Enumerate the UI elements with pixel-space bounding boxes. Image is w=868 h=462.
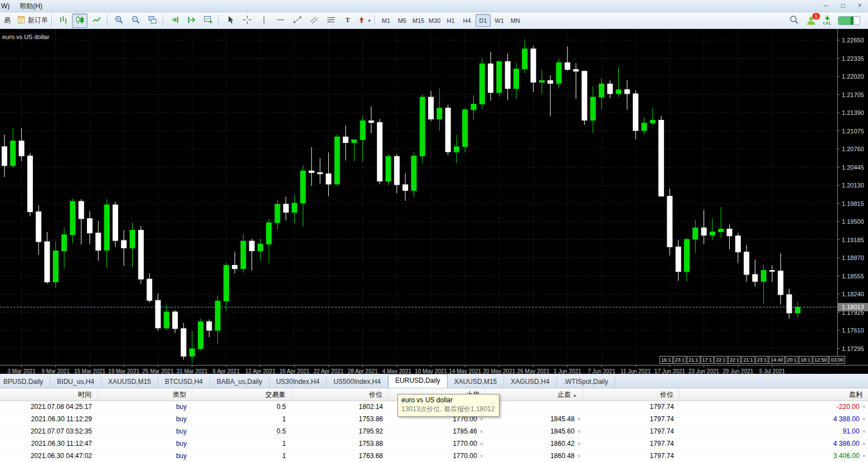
time-marker-box: 20:1 <box>785 356 799 364</box>
table-row[interactable]: 2021.06.30 11:12:47buy11753.881770.00×18… <box>0 438 868 450</box>
timeframe-button-m5[interactable]: M5 <box>395 14 410 27</box>
timeframe-button-m1[interactable]: M1 <box>379 14 394 27</box>
timeframe-button-mn[interactable]: MN <box>508 14 523 27</box>
notification-badge: 1 <box>812 13 820 20</box>
chart-tab-bpusd-daily[interactable]: BPUSD,Daily <box>0 376 50 388</box>
text-label-button[interactable]: T <box>340 13 355 28</box>
minimize-button[interactable]: ─ <box>818 0 835 12</box>
auto-scroll-button[interactable] <box>167 13 182 28</box>
cell-tp: 1845.48× <box>486 413 583 425</box>
cell-volume: 1 <box>192 413 292 425</box>
svg-text:31 Mar 2021: 31 Mar 2021 <box>177 368 208 374</box>
line-chart-button[interactable] <box>89 13 104 28</box>
close-button[interactable]: × <box>851 0 868 12</box>
column-header-time[interactable]: 时间 <box>0 388 98 402</box>
cell-type: buy <box>98 401 192 413</box>
cell-profit: 4 386.00× <box>680 438 868 450</box>
column-header-price2[interactable]: 价位 <box>583 388 680 402</box>
timeframe-button-h4[interactable]: H4 <box>459 14 474 27</box>
svg-text:19 Mar 2021: 19 Mar 2021 <box>108 368 140 374</box>
cell-price: 1753.88 <box>292 438 389 450</box>
crosshair-button[interactable] <box>239 13 255 28</box>
timeframe-button-h1[interactable]: H1 <box>443 14 458 27</box>
channel-button[interactable] <box>306 13 322 28</box>
table-row[interactable]: 2021.06.30 04:47:02buy11763.681770.00×18… <box>0 450 868 462</box>
arrow-symbols-button[interactable]: ▾ <box>356 13 372 28</box>
close-position-icon[interactable]: × <box>578 440 581 447</box>
cell-sl-value: 1785.46 <box>453 427 477 435</box>
zoom-in-button[interactable] <box>111 13 127 28</box>
close-position-icon[interactable]: × <box>862 428 866 435</box>
chart-tab-xauusd-m15[interactable]: XAUUSD,M15 <box>101 376 158 388</box>
close-position-icon[interactable]: × <box>862 403 866 410</box>
trendline-button[interactable] <box>289 13 305 28</box>
column-header-profit[interactable]: 盈利 <box>680 388 868 402</box>
timeframe-button-d1[interactable]: D1 <box>476 14 491 27</box>
menu-item-help[interactable]: 帮助(H) <box>14 0 47 12</box>
chart-tab-us500index-h4[interactable]: US500Index,H4 <box>327 376 388 388</box>
cell-tp-value: 1860.42 <box>550 440 574 447</box>
tooltip-symbol-line: euro vs US dollar <box>401 396 494 404</box>
time-marker-box: 14:40 <box>769 356 785 364</box>
chart-tooltip: euro vs US dollar 13013次价位, 最后报价1.18012 <box>397 394 500 417</box>
vertical-line-icon <box>259 15 269 26</box>
chart-tab--wtispot-daily[interactable]: .WTISpot,Daily <box>557 376 615 388</box>
chart-tab-xagusd-h4[interactable]: XAGUSD,H4 <box>504 376 556 388</box>
menu-item-window-partial[interactable]: W) <box>0 0 14 12</box>
close-position-icon[interactable]: × <box>480 428 483 435</box>
cell-time: 2021.07.07 03:52:35 <box>0 426 98 437</box>
time-marker-box: 23:1 <box>755 356 769 364</box>
svg-text:T: T <box>345 16 350 24</box>
chart-tab-eurusd-daily[interactable]: EURUSD,Daily <box>388 374 448 388</box>
cell-price-current: 1797.74 <box>583 438 680 450</box>
column-header-price[interactable]: 价位 <box>292 388 389 402</box>
zoom-out-button[interactable] <box>128 13 143 28</box>
close-position-icon[interactable]: × <box>862 440 866 447</box>
fibonacci-button[interactable] <box>323 13 338 28</box>
svg-text:1.20760: 1.20760 <box>842 146 864 152</box>
new-order-button[interactable]: 新订单 <box>16 13 49 28</box>
profile-button[interactable]: 1 <box>806 15 817 26</box>
time-marker-box: 17:1 <box>701 356 714 364</box>
window-controls: ─ □ × <box>818 0 868 12</box>
chart-tab-us30index-h4[interactable]: US30Index,H4 <box>269 376 327 388</box>
svg-text:6 Apr 2021: 6 Apr 2021 <box>213 368 240 374</box>
timeframe-button-m15[interactable]: M15 <box>411 14 426 27</box>
toolbar-trade-partial-button[interactable]: 易 <box>0 13 15 28</box>
tile-windows-button[interactable] <box>144 13 160 28</box>
cell-time: 2021.06.30 11:12:47 <box>0 438 98 450</box>
search-button[interactable] <box>789 15 799 27</box>
vertical-line-button[interactable] <box>256 13 271 28</box>
cursor-button[interactable] <box>222 13 238 28</box>
chart-shift-button[interactable] <box>183 13 199 28</box>
close-position-icon[interactable]: × <box>862 453 866 459</box>
column-header-tp[interactable]: 止盈▲ <box>486 388 583 402</box>
restore-button[interactable]: □ <box>835 0 851 12</box>
indicators-button[interactable] <box>200 13 216 28</box>
timeframe-button-w1[interactable]: W1 <box>492 14 507 27</box>
lvl-indicator[interactable]: LVL <box>823 16 831 26</box>
battery-fill <box>838 17 851 25</box>
close-position-icon[interactable]: × <box>480 440 483 447</box>
chart-tab-bidu-us-h4[interactable]: BIDU_us,H4 <box>50 376 101 388</box>
svg-text:1.19815: 1.19815 <box>842 200 864 207</box>
bar-chart-button[interactable] <box>55 13 71 28</box>
price-chart[interactable]: 1.226501.223351.220201.217051.213901.210… <box>0 29 868 374</box>
candle-chart-button[interactable] <box>72 13 88 28</box>
chart-tab-xauusd-m15[interactable]: XAUUSD,M15 <box>448 376 505 388</box>
toolbar-separator <box>163 15 164 26</box>
close-position-icon[interactable]: × <box>578 416 581 422</box>
horizontal-line-button[interactable] <box>273 13 288 28</box>
column-header-type[interactable]: 类型 <box>98 388 192 402</box>
timeframe-button-m30[interactable]: M30 <box>427 14 442 27</box>
chart-tab-btcusd-h4[interactable]: BTCUSD,H4 <box>158 376 210 388</box>
close-position-icon[interactable]: × <box>578 428 581 435</box>
chart-tab-baba-us-daily[interactable]: BABA_us,Daily <box>210 376 269 388</box>
close-position-icon[interactable]: × <box>578 453 581 459</box>
tile-windows-icon <box>148 15 157 26</box>
table-row[interactable]: 2021.07.07 03:52:35buy0.51795.921785.46×… <box>0 426 868 438</box>
close-position-icon[interactable]: × <box>480 453 483 459</box>
candle-chart-icon <box>75 15 85 26</box>
column-header-volume[interactable]: 交易量 <box>192 388 292 402</box>
close-position-icon[interactable]: × <box>862 416 866 422</box>
